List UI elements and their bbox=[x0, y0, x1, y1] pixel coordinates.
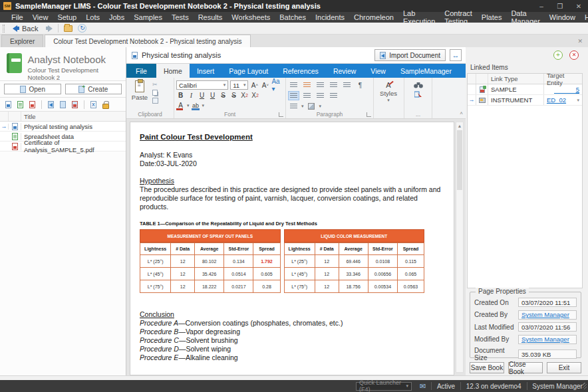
title-column-header[interactable]: Title bbox=[21, 112, 126, 121]
double-underline-icon[interactable]: U bbox=[208, 91, 217, 100]
chevron-down-icon[interactable]: ▾ bbox=[187, 103, 190, 108]
modified-by-link[interactable]: System Manager bbox=[518, 335, 577, 344]
menu-incidents[interactable]: Incidents bbox=[311, 13, 349, 21]
ribbon-tab-insert[interactable]: Insert bbox=[190, 64, 221, 78]
list-item[interactable]: → Physical testing analysis bbox=[0, 122, 126, 132]
menu-setup[interactable]: Setup bbox=[53, 13, 81, 21]
linked-item-row[interactable]: → INSTRUMENT ED_02▾ bbox=[468, 95, 582, 106]
menu-samples[interactable]: Samples bbox=[129, 13, 167, 21]
vertical-scrollbar[interactable]: ▲ bbox=[456, 122, 464, 373]
italic-icon[interactable]: I bbox=[187, 91, 196, 100]
forward-button[interactable] bbox=[46, 25, 53, 32]
save-book-button[interactable]: Save Book bbox=[470, 362, 504, 373]
copy-icon[interactable] bbox=[152, 90, 158, 96]
menu-help[interactable]: Help bbox=[580, 13, 588, 21]
double-strikethrough-icon[interactable]: S bbox=[229, 91, 238, 100]
align-left-icon[interactable] bbox=[288, 91, 299, 100]
ribbon-tab-home[interactable]: Home bbox=[156, 64, 190, 78]
line-spacing-icon[interactable] bbox=[288, 102, 299, 111]
new-word-document-icon[interactable] bbox=[5, 101, 11, 108]
chevron-down-icon[interactable]: ▾ bbox=[301, 104, 304, 109]
menu-tests[interactable]: Tests bbox=[167, 13, 194, 21]
link-type-column-header[interactable]: Link Type bbox=[488, 74, 544, 84]
tab-explorer[interactable]: Explorer bbox=[1, 35, 43, 47]
chevron-down-icon[interactable]: ▾ bbox=[319, 104, 322, 109]
ribbon-tab-review[interactable]: Review bbox=[326, 64, 363, 78]
menu-window[interactable]: Window bbox=[545, 13, 580, 21]
new-spreadsheet-icon[interactable] bbox=[17, 101, 23, 108]
import-word-document-icon[interactable] bbox=[48, 101, 54, 108]
quick-launcher-input[interactable]: Quick Launcher (F4) ▾ bbox=[356, 382, 412, 391]
menu-view[interactable]: View bbox=[28, 13, 53, 21]
font-size-combo[interactable]: 11▾ bbox=[230, 80, 248, 90]
paste-special-icon[interactable] bbox=[152, 98, 158, 104]
paragraph-dialog-launcher[interactable] bbox=[367, 112, 371, 117]
shading-icon[interactable] bbox=[306, 102, 317, 111]
increase-indent-icon[interactable] bbox=[341, 80, 353, 90]
resize-grip[interactable] bbox=[583, 383, 587, 389]
show-paragraph-marks-icon[interactable]: ¶ bbox=[355, 80, 366, 90]
bold-icon[interactable]: B bbox=[176, 91, 185, 100]
maximize-icon[interactable]: ❒ bbox=[551, 0, 569, 12]
styles-button[interactable]: A Styles ▾ bbox=[376, 79, 401, 103]
folder-icon[interactable] bbox=[64, 25, 73, 32]
find-icon[interactable] bbox=[414, 82, 423, 88]
linked-item-row[interactable]: SAMPLE 5 bbox=[468, 84, 582, 95]
back-button[interactable]: Back bbox=[10, 25, 41, 33]
highlight-icon[interactable]: ab bbox=[192, 101, 200, 110]
font-name-combo[interactable]: Calibri▾ bbox=[176, 80, 228, 90]
font-dialog-launcher[interactable] bbox=[279, 112, 283, 117]
scrollbar-thumb[interactable] bbox=[457, 130, 462, 190]
align-center-icon[interactable] bbox=[301, 91, 313, 100]
tab-notebook[interactable]: Colour Test Development Notebook 2 - Phy… bbox=[45, 35, 250, 47]
menu-file[interactable]: File bbox=[7, 13, 28, 21]
font-color-icon[interactable]: A bbox=[176, 101, 185, 110]
select-icon[interactable] bbox=[414, 91, 422, 98]
align-right-icon[interactable] bbox=[315, 91, 326, 100]
underline-icon[interactable]: U bbox=[198, 91, 206, 100]
chevron-down-icon[interactable]: ▾ bbox=[577, 98, 579, 103]
refresh-icon[interactable]: ↻ bbox=[78, 24, 86, 33]
import-document-button[interactable]: Import Document bbox=[374, 49, 446, 61]
menu-worksheets[interactable]: Worksheets bbox=[227, 13, 275, 21]
expand-editor-button[interactable]: ↔ bbox=[450, 49, 462, 61]
close-icon[interactable]: ✕ bbox=[569, 0, 588, 12]
export-pdf-icon[interactable] bbox=[72, 101, 78, 108]
ribbon-tab-view[interactable]: View bbox=[363, 64, 393, 78]
ribbon-tab-page-layout[interactable]: Page Layout bbox=[221, 64, 275, 78]
lock-icon[interactable] bbox=[102, 104, 109, 109]
target-entity-column-header[interactable]: Target Entity bbox=[544, 74, 582, 84]
close-book-button[interactable]: Close Book bbox=[508, 362, 543, 373]
menu-jobs[interactable]: Jobs bbox=[104, 13, 129, 21]
menu-lots[interactable]: Lots bbox=[81, 13, 104, 21]
ribbon-tab-samplemanager[interactable]: SampleManager bbox=[393, 64, 459, 78]
remove-link-icon[interactable]: ✕ bbox=[569, 50, 579, 60]
menu-results[interactable]: Results bbox=[194, 13, 227, 21]
collapse-ribbon-icon[interactable]: ˄ bbox=[460, 110, 463, 116]
shrink-font-icon[interactable]: A˅ bbox=[261, 81, 269, 90]
change-case-icon[interactable]: Aa ▾ bbox=[271, 81, 283, 90]
new-pdf-icon[interactable] bbox=[29, 101, 35, 108]
superscript-icon[interactable]: X2 bbox=[240, 91, 249, 100]
chevron-down-icon[interactable]: ▾ bbox=[202, 103, 205, 108]
target-entity-link[interactable]: 5 bbox=[554, 86, 579, 94]
paste-button[interactable]: Paste bbox=[128, 79, 151, 106]
tab-close-icon[interactable]: ✕ bbox=[577, 38, 583, 45]
subscript-icon[interactable]: X2 bbox=[251, 91, 259, 100]
create-button[interactable]: Create bbox=[65, 84, 122, 94]
open-button[interactable]: Open bbox=[4, 84, 61, 94]
cut-icon[interactable]: ✂ bbox=[152, 81, 158, 88]
menu-plates[interactable]: Plates bbox=[477, 13, 507, 21]
decrease-indent-icon[interactable] bbox=[328, 80, 339, 90]
menu-batches[interactable]: Batches bbox=[275, 13, 311, 21]
bullet-list-icon[interactable] bbox=[288, 80, 299, 90]
target-entity-link[interactable]: ED_02 bbox=[547, 96, 566, 104]
scroll-up-icon[interactable]: ▲ bbox=[456, 122, 463, 130]
strikethrough-icon[interactable]: S bbox=[219, 91, 227, 100]
ribbon-tab-file[interactable]: File bbox=[126, 64, 156, 78]
document-page[interactable]: Paint Colour Test Development Analyst: K… bbox=[130, 122, 454, 375]
numbered-list-icon[interactable] bbox=[301, 80, 313, 90]
copy-document-icon[interactable] bbox=[60, 101, 66, 108]
horizontal-scrollbar[interactable] bbox=[0, 375, 588, 380]
grow-font-icon[interactable]: A˄ bbox=[250, 81, 259, 90]
